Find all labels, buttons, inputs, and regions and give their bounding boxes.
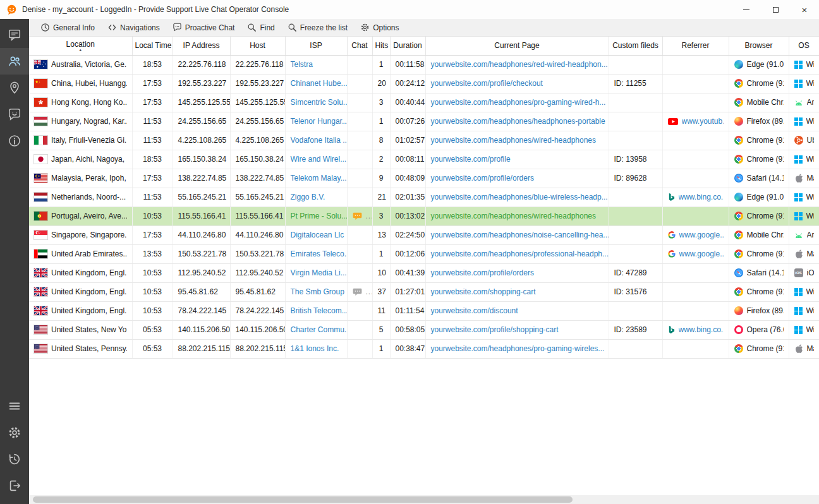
column-header-hits[interactable]: Hits <box>372 37 390 55</box>
edge-browser-icon <box>734 60 743 69</box>
visitor-table-body: Australia, Victoria, Ge...18:5322.225.76… <box>29 55 819 358</box>
minimize-icon[interactable] <box>732 0 761 19</box>
column-header-referrer[interactable]: Referrer <box>662 37 729 55</box>
current-page-link[interactable]: yourwebsite.com/profile/shopping-cart <box>431 325 559 334</box>
bing-icon <box>668 326 675 334</box>
visitor-isp-link[interactable]: Emirates Teleco... <box>291 249 348 258</box>
maximize-icon[interactable] <box>761 0 790 19</box>
visitor-row[interactable]: United Kingdom, Engl...10:5378.24.222.14… <box>29 301 819 320</box>
visitor-row[interactable]: United Kingdom, Engl...10:53112.95.240.5… <box>29 263 819 282</box>
sidebar-item-history[interactable] <box>0 446 29 472</box>
current-page-link[interactable]: yourwebsite.com/discount <box>431 306 518 315</box>
toolbar-item-options[interactable]: Options <box>354 20 405 35</box>
visitor-isp-link[interactable]: Wire and Wirel... <box>291 155 347 164</box>
current-page-link[interactable]: yourwebsite.com/profile/orders <box>431 268 534 277</box>
toolbar-item-label: General Info <box>53 23 95 32</box>
visitor-row[interactable]: Portugal, Aveiro, Ave...10:53115.55.166.… <box>29 207 819 225</box>
visitor-isp-link[interactable]: Virgin Media Li... <box>291 268 347 277</box>
horizontal-scrollbar[interactable] <box>29 495 819 504</box>
visitor-row[interactable]: Hong Kong, Hong Ko...17:53145.255.125.55… <box>29 93 819 112</box>
current-page-link[interactable]: yourwebsite.com/headphones/wired-headpho… <box>431 136 597 145</box>
scrollbar-thumb[interactable] <box>33 496 573 503</box>
visitor-row[interactable]: China, Hubei, Huangg...17:53192.55.23.22… <box>29 74 819 93</box>
visitor-row[interactable]: Italy, Friuli-Venezia Gi...11:534.225.10… <box>29 131 819 150</box>
referrer-link[interactable]: www.bing.co... <box>679 193 724 201</box>
current-page-link[interactable]: yourwebsite.com/headphones/professional-… <box>431 249 609 258</box>
visitor-isp-link[interactable]: British Telecom... <box>291 306 348 315</box>
current-page-link[interactable]: yourwebsite.com/headphones/blue-wireless… <box>431 193 608 201</box>
column-header-location[interactable]: Location▲ <box>29 37 132 55</box>
flag-my <box>34 174 47 183</box>
visitor-row[interactable]: Netherlands, Noord-...11:5355.165.245.21… <box>29 188 819 207</box>
referrer-link[interactable]: www.google... <box>679 231 724 239</box>
visitor-hits: 10 <box>372 263 390 282</box>
current-page-link[interactable]: yourwebsite.com/profile <box>431 155 511 164</box>
column-header-isp[interactable]: ISP <box>285 37 347 55</box>
current-page-link[interactable]: yourwebsite.com/headphones/headphones-po… <box>431 117 605 126</box>
visitor-isp-link[interactable]: Simcentric Solu... <box>291 98 348 107</box>
toolbar-item-label: Proactive Chat <box>185 23 235 32</box>
visitor-row[interactable]: United States, Pennsy...05:5388.202.215.… <box>29 339 819 358</box>
column-header-host[interactable]: Host <box>230 37 285 55</box>
toolbar-item-freeze-the-list[interactable]: Freeze the list <box>281 20 354 35</box>
column-header-ip[interactable]: IP Address <box>173 37 230 55</box>
current-page-link[interactable]: yourwebsite.com/headphones/pro-gaming-wi… <box>431 344 605 353</box>
visitor-isp-link[interactable]: Chinanet Hube... <box>291 79 348 88</box>
current-page-link[interactable]: yourwebsite.com/headphones/red-wired-hea… <box>431 60 608 69</box>
sidebar-item-chats[interactable] <box>0 21 29 48</box>
toolbar-item-general-info[interactable]: General Info <box>34 20 101 35</box>
current-page-link[interactable]: yourwebsite.com/profile/checkout <box>431 79 543 88</box>
visitor-row[interactable]: United States, New Yo...05:53140.115.206… <box>29 320 819 339</box>
visitor-isp-link[interactable]: Vodafone Italia ... <box>291 136 348 145</box>
current-page-link[interactable]: yourwebsite.com/headphones/pro-gaming-wi… <box>431 98 606 107</box>
sidebar-item-info[interactable] <box>0 128 29 154</box>
chat-more-menu[interactable]: ... <box>366 212 373 220</box>
referrer-link[interactable]: www.bing.co... <box>679 325 724 334</box>
column-header-chat[interactable]: Chat <box>347 37 372 55</box>
visitor-isp-link[interactable]: Telstra <box>291 60 313 69</box>
visitor-row[interactable]: United Arab Emirates...13:53150.53.221.7… <box>29 244 819 263</box>
sidebar-item-feedback[interactable] <box>0 101 29 128</box>
visitor-row[interactable]: Japan, Aichi, Nagoya, ...18:53165.150.38… <box>29 150 819 169</box>
visitor-row[interactable]: United Kingdom, Engl...10:5395.45.81.629… <box>29 282 819 301</box>
close-icon[interactable]: × <box>790 0 819 19</box>
column-header-browser[interactable]: Browser <box>729 37 789 55</box>
toolbar-item-navigations[interactable]: Navigations <box>101 20 166 35</box>
visitor-isp-link[interactable]: Digitalocean Llc <box>291 231 344 239</box>
opera-browser-icon <box>734 325 743 334</box>
visitor-row[interactable]: Singapore, Singapore...17:5344.110.246.8… <box>29 225 819 244</box>
current-page-link[interactable]: yourwebsite.com/headphones/noise-cancell… <box>431 231 609 239</box>
sidebar-item-visitors[interactable] <box>0 48 29 75</box>
sidebar-item-menu[interactable] <box>0 393 29 419</box>
visitor-row[interactable]: Hungary, Nograd, Kar...11:5324.255.156.6… <box>29 112 819 131</box>
chat-more-menu[interactable]: ... <box>366 287 373 296</box>
sidebar-item-geo-map[interactable] <box>0 75 29 101</box>
visitor-isp-link[interactable]: Telenor Hungar... <box>291 117 348 126</box>
visitor-isp-link[interactable]: Charter Commu... <box>291 325 348 334</box>
toolbar-item-proactive-chat[interactable]: Proactive Chat <box>166 20 241 35</box>
current-page-link[interactable]: yourwebsite.com/shopping-cart <box>431 287 536 296</box>
visitor-isp-link[interactable]: 1&1 Ionos Inc. <box>291 344 339 353</box>
column-header-local_time[interactable]: Local Time <box>132 37 173 55</box>
referrer-link[interactable]: www.google... <box>679 249 724 258</box>
current-page-link[interactable]: yourwebsite.com/headphones/wired-headpho… <box>431 212 597 220</box>
toolbar: General InfoNavigationsProactive ChatFin… <box>29 19 819 37</box>
referrer-link[interactable]: www.youtub... <box>682 117 724 126</box>
column-header-os[interactable]: OS <box>789 37 819 55</box>
column-header-duration[interactable]: Duration <box>390 37 425 55</box>
sidebar-item-logout[interactable] <box>0 472 29 499</box>
current-page-link[interactable]: yourwebsite.com/profile/orders <box>431 174 534 183</box>
chat-bubble-icon[interactable] <box>353 212 362 220</box>
visitor-isp-link[interactable]: Telekom Malay... <box>291 174 347 183</box>
visitor-isp-link[interactable]: Ziggo B.V. <box>291 193 325 201</box>
visitor-location: Japan, Aichi, Nagoya, ... <box>51 155 127 164</box>
column-header-custom[interactable]: Custom fileds <box>609 37 662 55</box>
visitor-row[interactable]: Australia, Victoria, Ge...18:5322.225.76… <box>29 55 819 74</box>
visitor-row[interactable]: Malaysia, Perak, Ipoh, ...17:53138.222.7… <box>29 169 819 188</box>
column-header-current_page[interactable]: Current Page <box>425 37 609 55</box>
visitor-isp-link[interactable]: The Smb Group <box>291 287 344 296</box>
visitor-isp-link[interactable]: Pt Prime - Solu... <box>291 212 348 220</box>
chat-bubble-icon[interactable] <box>353 288 362 296</box>
toolbar-item-find[interactable]: Find <box>241 20 281 35</box>
sidebar-item-settings[interactable] <box>0 419 29 446</box>
